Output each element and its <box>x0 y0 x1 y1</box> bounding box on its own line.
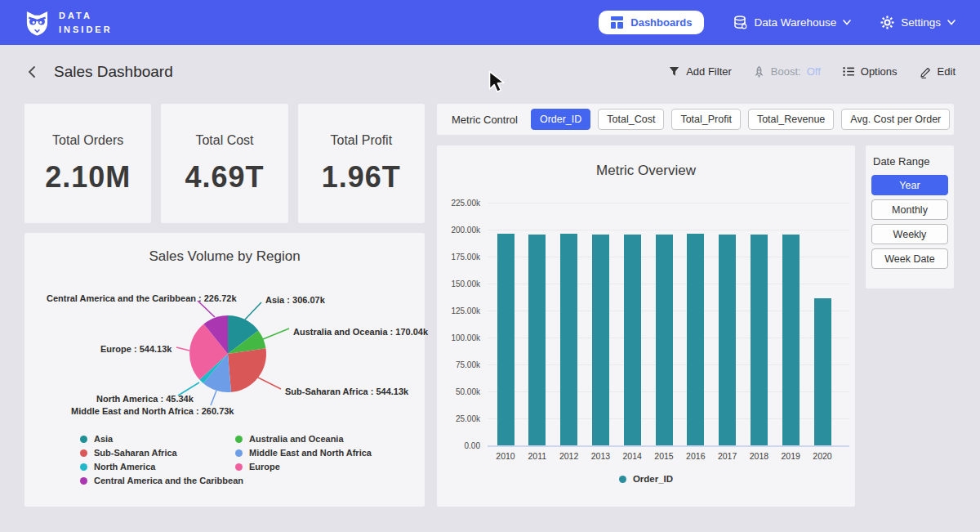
back-button[interactable] <box>24 64 39 80</box>
nav-dashboards-label: Dashboards <box>630 16 692 29</box>
legend-item: Middle East and North Africa <box>235 448 372 458</box>
pencil-icon <box>919 65 932 78</box>
date-range-weekly[interactable]: Weekly <box>871 224 948 244</box>
metric-chip-order-id[interactable]: Order_ID <box>531 109 590 130</box>
edit-label: Edit <box>938 65 956 78</box>
x-axis-tick: 2014 <box>616 451 648 461</box>
kpi-card: Total Cost4.69T <box>161 104 287 223</box>
chevron-down-icon <box>843 20 851 25</box>
legend-dot-icon <box>80 477 87 485</box>
metric-chip-total-profit[interactable]: Total_Profit <box>671 109 741 130</box>
date-range-year[interactable]: Year <box>871 175 948 195</box>
y-axis-tick: 25.00k <box>441 414 480 423</box>
legend-label: Middle East and North Africa <box>249 448 372 458</box>
bar-2019[interactable] <box>782 235 800 446</box>
y-axis-tick: 125.00k <box>441 306 480 315</box>
gridline <box>488 230 849 230</box>
pie-slice-label: North America : 45.34k <box>96 394 194 404</box>
legend-label: Sub-Saharan Africa <box>94 448 177 458</box>
pie-slice-sub-saharan-africa[interactable] <box>228 348 266 392</box>
pie-slice-label: Australia and Oceania : 170.04k <box>293 327 428 337</box>
database-icon <box>733 16 747 29</box>
pie-slice-label: Asia : 306.07k <box>265 295 325 305</box>
x-axis-line <box>488 445 849 447</box>
boost-toggle[interactable]: Boost: Off <box>753 65 821 78</box>
legend-dot-icon <box>80 449 87 457</box>
x-axis-tick: 2013 <box>584 451 617 461</box>
metric-chip-total-cost[interactable]: Total_Cost <box>598 109 664 130</box>
x-axis-tick: 2015 <box>648 451 680 461</box>
legend-dot-icon <box>80 463 87 471</box>
brand-logo[interactable]: DATA INSIDER <box>24 9 113 36</box>
bar-2016[interactable] <box>687 234 704 445</box>
x-axis-tick: 2019 <box>774 451 807 461</box>
legend-label: Australia and Oceania <box>249 434 344 444</box>
legend-dot-icon <box>80 436 87 443</box>
pie-legend: AsiaAustralia and OceaniaSub-Saharan Afr… <box>80 434 372 485</box>
y-axis-tick: 225.00k <box>441 199 480 208</box>
pie-leader-line <box>211 391 216 405</box>
pie-slice-label: Central America and the Caribbean : 226.… <box>47 293 237 303</box>
bar-2011[interactable] <box>528 235 546 445</box>
legend-label: Central America and the Caribbean <box>94 476 243 485</box>
add-filter-label: Add Filter <box>686 65 732 78</box>
date-range-card: Date Range YearMonthlyWeeklyWeek Date <box>866 145 954 288</box>
legend-item: North America <box>80 462 235 472</box>
boost-state: Off <box>807 65 821 78</box>
options-button[interactable]: Options <box>842 65 898 78</box>
nav-data-warehouse[interactable]: Data Warehouse <box>733 16 851 29</box>
kpi-label: Total Orders <box>52 133 123 148</box>
x-axis-tick: 2011 <box>521 451 554 461</box>
page-header: Sales Dashboard Add Filter Boost: Off <box>0 45 980 98</box>
x-axis-tick: 2012 <box>553 451 586 461</box>
bar-2012[interactable] <box>560 234 577 445</box>
kpi-label: Total Profit <box>331 133 393 148</box>
legend-item: Australia and Oceania <box>235 434 372 444</box>
bar-chart[interactable]: 0.0025.00k50.00k75.00k100.00k125.00k150.… <box>437 145 855 507</box>
legend-item: Asia <box>80 434 235 444</box>
bar-2017[interactable] <box>719 235 736 446</box>
dashboard-grid-icon <box>611 16 623 29</box>
bar-2010[interactable] <box>497 234 514 445</box>
date-range-label: Date Range <box>873 155 948 168</box>
add-filter-button[interactable]: Add Filter <box>668 65 732 78</box>
kpi-label: Total Cost <box>195 133 253 148</box>
legend-dot-icon <box>235 449 243 457</box>
metric-chip-avg-cost-per-order[interactable]: Avg. Cost per Order <box>841 109 950 130</box>
legend-label: Order_ID <box>633 474 673 484</box>
legend-dot-icon <box>235 436 243 443</box>
pie-leader-line <box>245 302 261 320</box>
page-title: Sales Dashboard <box>54 63 173 81</box>
pie-slice-label: Middle East and North Africa : 260.73k <box>71 406 234 416</box>
nav-settings[interactable]: Settings <box>880 16 956 29</box>
date-range-week-date[interactable]: Week Date <box>871 248 948 269</box>
x-axis-tick: 2010 <box>489 451 522 461</box>
pie-leader-line <box>198 301 215 317</box>
gridline <box>488 203 849 203</box>
date-range-monthly[interactable]: Monthly <box>871 199 948 220</box>
bar-2014[interactable] <box>624 235 641 445</box>
metric-chip-total-revenue[interactable]: Total_Revenue <box>748 109 834 130</box>
bar-2015[interactable] <box>656 235 673 445</box>
y-axis-tick: 0.00 <box>441 441 480 450</box>
bar-2018[interactable] <box>751 235 768 445</box>
top-navigation: Dashboards Data Warehouse <box>599 11 956 34</box>
pie-leader-line <box>176 347 189 351</box>
edit-button[interactable]: Edit <box>919 65 956 78</box>
legend-label: North America <box>94 462 155 472</box>
pie-leader-line <box>258 378 281 389</box>
metric-control-label: Metric Control <box>452 114 518 126</box>
x-axis-tick: 2016 <box>679 451 712 461</box>
list-icon <box>842 65 855 78</box>
kpi-row: Total Orders2.10MTotal Cost4.69TTotal Pr… <box>24 104 425 223</box>
bar-2013[interactable] <box>592 235 609 446</box>
date-range-buttons: YearMonthlyWeeklyWeek Date <box>871 175 948 269</box>
legend-label: Europe <box>249 462 280 472</box>
chevron-left-icon <box>26 65 38 78</box>
kpi-card: Total Orders2.10M <box>24 104 151 223</box>
y-axis-tick: 175.00k <box>441 253 480 262</box>
bar-2020[interactable] <box>814 298 831 445</box>
legend-label: Asia <box>94 434 113 444</box>
topbar: DATA INSIDER Dashboards D <box>0 0 980 45</box>
nav-dashboards-button[interactable]: Dashboards <box>599 11 704 34</box>
